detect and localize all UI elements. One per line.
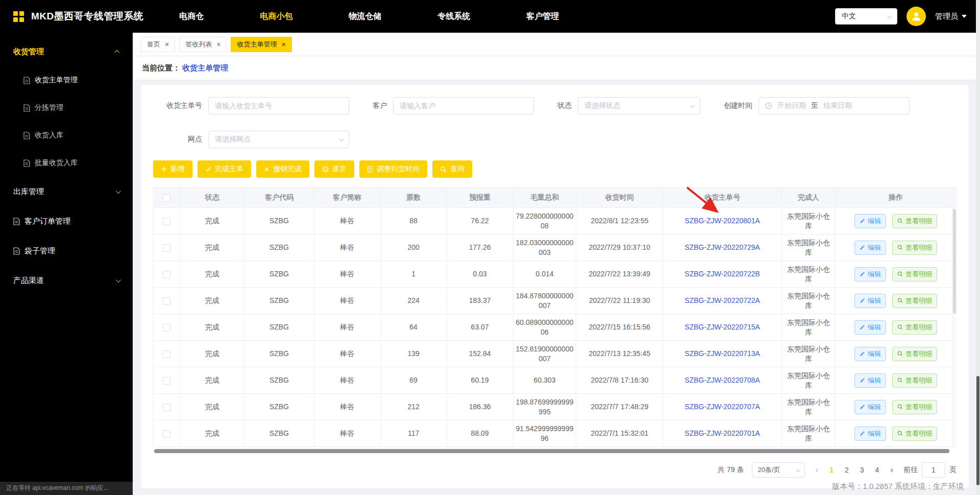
sidebar-group-product-channel[interactable]: 产品渠道 bbox=[0, 266, 133, 295]
form-icon bbox=[367, 166, 373, 173]
prev-page-button[interactable]: ‹ bbox=[815, 465, 818, 475]
table-horizontal-scrollbar[interactable] bbox=[153, 449, 957, 454]
created-time-range-picker[interactable]: 开始日期 至 结束日期 bbox=[758, 97, 910, 114]
row-checkbox[interactable] bbox=[163, 404, 170, 411]
edit-button[interactable]: 编辑 bbox=[854, 214, 886, 228]
edit-button[interactable]: 编辑 bbox=[854, 427, 886, 441]
master-no-link[interactable]: SZBG-ZJW-20220729A bbox=[684, 243, 760, 251]
row-checkbox[interactable] bbox=[163, 377, 170, 385]
row-checkbox[interactable] bbox=[163, 244, 170, 252]
page-button-2[interactable]: 2 bbox=[845, 466, 849, 474]
master-no-link[interactable]: SZBG-ZJW-20220701A bbox=[684, 429, 760, 437]
sidebar-group-outbound-management[interactable]: 出库管理 bbox=[0, 177, 133, 206]
edit-button[interactable]: 编辑 bbox=[854, 294, 886, 308]
tab-receiving-master-order[interactable]: 收货主单管理 × bbox=[231, 37, 291, 52]
status-cell: 完成 bbox=[180, 261, 244, 288]
close-icon[interactable]: × bbox=[216, 41, 220, 48]
view-detail-button[interactable]: 查看明细 bbox=[892, 214, 937, 228]
page-size-select[interactable]: 20条/页 bbox=[752, 462, 805, 478]
customer-input[interactable] bbox=[393, 97, 534, 114]
table-row: 完成 SZBG 棒谷 224 183.37 184.87800000000007… bbox=[154, 288, 957, 314]
discard-button[interactable]: 废弃 bbox=[314, 160, 354, 178]
sidebar-item-customer-order-management[interactable]: 客户订单管理 bbox=[0, 206, 133, 236]
outlet-select[interactable]: 请选择网点 bbox=[208, 131, 349, 148]
tab-home[interactable]: 首页 × bbox=[141, 37, 175, 52]
sidebar-item-batch-receiving-inbound[interactable]: 批量收货入库 bbox=[0, 149, 133, 177]
next-page-button[interactable]: › bbox=[890, 465, 893, 475]
edit-button[interactable]: 编辑 bbox=[854, 373, 886, 388]
scrollbar-thumb[interactable] bbox=[976, 376, 979, 485]
forecast-weight-cell: 183.37 bbox=[447, 288, 513, 314]
page-button-4[interactable]: 4 bbox=[875, 466, 879, 474]
tab-sign-list[interactable]: 签收列表 × bbox=[179, 37, 227, 52]
page-scrollbar[interactable] bbox=[976, 0, 980, 495]
sidebar-item-sorting-management[interactable]: 分拣管理 bbox=[0, 94, 133, 122]
master-no-link[interactable]: SZBG-ZJW-20220722B bbox=[684, 270, 760, 278]
edit-button[interactable]: 编辑 bbox=[854, 267, 886, 281]
status-label: 状态 bbox=[557, 101, 572, 110]
detail-button-label: 查看明细 bbox=[905, 349, 932, 359]
sidebar-item-receiving-master-order[interactable]: 收货主单管理 bbox=[0, 66, 133, 94]
scrollbar-thumb[interactable] bbox=[154, 449, 949, 453]
goto-page: 前往 页 bbox=[903, 462, 957, 478]
language-select[interactable]: 中文 bbox=[835, 8, 897, 25]
view-detail-button[interactable]: 查看明细 bbox=[892, 320, 937, 335]
nav-item-ecommerce-parcel[interactable]: 电商小包 bbox=[260, 11, 292, 22]
master-no-link[interactable]: SZBG-ZJW-20220713A bbox=[684, 349, 760, 358]
chevron-down-icon bbox=[690, 103, 695, 108]
page-button-1[interactable]: 1 bbox=[829, 466, 834, 474]
forecast-weight-cell: 63.07 bbox=[447, 314, 513, 341]
view-detail-button[interactable]: 查看明细 bbox=[892, 294, 937, 308]
nav-item-dedicated-line-system[interactable]: 专线系统 bbox=[437, 11, 470, 22]
master-no-link[interactable]: SZBG-ZJW-20220801A bbox=[684, 217, 760, 225]
master-no-cell: SZBG-ZJW-20220713A bbox=[663, 341, 782, 367]
nav-item-customer-management[interactable]: 客户管理 bbox=[526, 11, 559, 22]
view-detail-button[interactable]: 查看明细 bbox=[892, 267, 937, 281]
row-checkbox[interactable] bbox=[163, 430, 170, 438]
row-checkbox[interactable] bbox=[163, 271, 170, 278]
close-icon[interactable]: × bbox=[281, 41, 285, 48]
master-no-link[interactable]: SZBG-ZJW-20220715A bbox=[684, 323, 760, 331]
master-no-link[interactable]: SZBG-ZJW-20220707A bbox=[684, 403, 760, 411]
breadcrumb-current-link[interactable]: 收货主单管理 bbox=[182, 63, 228, 73]
view-detail-button[interactable]: 查看明细 bbox=[892, 347, 937, 361]
col-header-gross-weight: 毛重总和 bbox=[513, 187, 576, 208]
row-checkbox[interactable] bbox=[163, 218, 170, 225]
user-menu[interactable]: 管理员 bbox=[935, 12, 967, 21]
edit-button[interactable]: 编辑 bbox=[854, 347, 886, 361]
nav-item-logistics-storage[interactable]: 物流仓储 bbox=[349, 11, 381, 22]
row-checkbox[interactable] bbox=[163, 324, 170, 332]
table-vertical-scrollbar[interactable] bbox=[952, 208, 957, 446]
sidebar-item-receiving-inbound[interactable]: 收货入库 bbox=[0, 122, 133, 149]
page-button-3[interactable]: 3 bbox=[860, 466, 864, 474]
view-detail-button[interactable]: 查看明细 bbox=[892, 400, 937, 414]
outlet-placeholder: 请选择网点 bbox=[215, 135, 251, 144]
avatar[interactable] bbox=[906, 7, 926, 26]
edit-button[interactable]: 编辑 bbox=[854, 320, 886, 335]
master-no-input[interactable] bbox=[208, 97, 349, 114]
status-select[interactable]: 请选择状态 bbox=[578, 97, 700, 114]
view-detail-button[interactable]: 查看明细 bbox=[892, 373, 937, 388]
view-detail-button[interactable]: 查看明细 bbox=[892, 241, 937, 255]
select-all-checkbox[interactable] bbox=[163, 194, 170, 202]
row-checkbox[interactable] bbox=[163, 297, 170, 305]
filter-form: 收货主单号 客户 状态 请选择状态 创建时间 开始日期 至 bbox=[153, 97, 957, 148]
edit-button[interactable]: 编辑 bbox=[854, 241, 886, 255]
adjust-arrival-time-button[interactable]: 调整到货时间 bbox=[359, 160, 427, 178]
add-button[interactable]: 新增 bbox=[153, 160, 192, 178]
scrollbar-thumb[interactable] bbox=[953, 209, 956, 314]
goto-page-input[interactable] bbox=[922, 462, 945, 478]
search-button[interactable]: 查询 bbox=[432, 160, 472, 178]
row-checkbox[interactable] bbox=[163, 350, 170, 358]
revoke-complete-button[interactable]: 撤销完成 bbox=[256, 160, 309, 178]
sidebar-group-receiving-management[interactable]: 收货管理 bbox=[0, 37, 133, 66]
nav-item-ecommerce-warehouse[interactable]: 电商仓 bbox=[179, 11, 204, 22]
master-no-link[interactable]: SZBG-ZJW-20220722A bbox=[684, 296, 760, 304]
forecast-weight-cell: 152.84 bbox=[447, 341, 513, 367]
sidebar-item-bag-management[interactable]: 袋子管理 bbox=[0, 236, 133, 266]
view-detail-button[interactable]: 查看明细 bbox=[892, 427, 937, 441]
complete-master-order-button[interactable]: 完成主单 bbox=[198, 160, 251, 178]
close-icon[interactable]: × bbox=[165, 41, 169, 48]
edit-button[interactable]: 编辑 bbox=[854, 400, 886, 414]
master-no-link[interactable]: SZBG-ZJW-20220708A bbox=[684, 376, 760, 384]
